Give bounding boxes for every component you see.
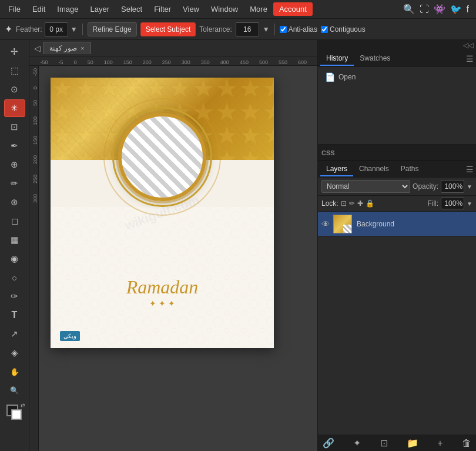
lasso-tool[interactable]: ⊙ [4,81,25,98]
shape-tool[interactable]: ◈ [4,344,25,362]
tab-swatches[interactable]: Swatches [354,52,396,66]
heal-tool[interactable]: ⊕ [4,156,25,173]
dodge-tool[interactable]: ○ [4,269,25,286]
history-panel: History Swatches ☰ 📄 Open [318,51,476,145]
right-panel: ◁◁ History Swatches ☰ 📄 Open CSS [317,40,476,451]
menu-more[interactable]: More [244,2,273,16]
menu-layer[interactable]: Layer [85,2,116,16]
fill-arrow-icon[interactable]: ▼ [467,201,472,207]
layers-toolbar: Normal Multiply Screen Overlay Opacity: … [318,178,476,196]
path-selection-tool[interactable]: ↗ [4,325,25,343]
lock-all-icon[interactable]: 🔒 [366,199,374,208]
canvas-container[interactable]: Ramadan ✦ ✦ ✦ ويكي wikigulf.com [39,66,317,451]
twitter-icon: 🐦 [450,4,462,15]
lock-transparency-icon[interactable]: ⊡ [341,199,347,208]
menu-window[interactable]: Window [205,2,244,16]
add-link-style-button[interactable]: 🔗 [323,437,334,449]
brush-tool[interactable]: ✏ [4,175,25,192]
canvas-tab[interactable]: صور كهنة × [43,42,91,54]
tab-close-button[interactable]: × [81,45,84,52]
blend-mode-select[interactable]: Normal Multiply Screen Overlay [321,180,410,193]
add-layer-style-button[interactable]: ✦ [353,437,361,449]
canvas-design: Ramadan ✦ ✦ ✦ ويكي wikigulf.com [51,78,274,348]
blur-tool[interactable]: ◉ [4,250,25,268]
tolerance-input[interactable] [236,22,259,36]
search-icon[interactable]: 🔍 [403,4,415,15]
gradient-tool[interactable]: ▦ [4,231,25,249]
lock-position-icon[interactable]: ✚ [357,199,363,208]
refine-edge-button[interactable]: Refine Edge [88,22,137,36]
feather-input[interactable] [45,22,68,36]
fill-input[interactable] [441,198,464,209]
stamp-tool[interactable]: ⊛ [4,193,25,211]
select-subject-button[interactable]: Select Subject [140,22,196,36]
opacity-arrow-icon[interactable]: ▼ [467,183,472,190]
eyedropper-tool[interactable]: ✒ [4,137,25,155]
ruler-horizontal: -50 -5 0 50 100 150 200 250 300 350 400 … [29,56,317,66]
tab-channels[interactable]: Channels [353,162,395,176]
history-panel-menu[interactable]: ☰ [466,54,474,64]
anti-alias-checkbox[interactable] [280,26,287,33]
layers-panel-menu[interactable]: ☰ [466,165,474,174]
menu-view[interactable]: View [177,2,205,16]
opacity-label: Opacity: [413,182,438,191]
tab-layers[interactable]: Layers [320,162,353,176]
opacity-input[interactable] [441,180,464,193]
history-open-label: Open [338,73,356,81]
rect-marquee-tool[interactable]: ⬚ [4,62,25,79]
layer-item-background[interactable]: 👁 Background [318,212,476,236]
feather-dropdown-icon[interactable]: ▼ [71,25,78,34]
history-item-open[interactable]: 📄 Open [323,71,471,83]
fill-label: Fill: [427,199,438,208]
menu-edit[interactable]: Edit [26,2,51,16]
menu-image[interactable]: Image [51,2,84,16]
layer-thumbnail [333,215,352,233]
delete-layer-button[interactable]: 🗑 [462,438,471,449]
tab-paths[interactable]: Paths [395,162,425,176]
menu-filter[interactable]: Filter [148,2,177,16]
main-layout: ✢ ⬚ ⊙ ✳ ⊡ ✒ ⊕ ✏ ⊛ ◻ ▦ ◉ ○ ✑ T ↗ ◈ ✋ 🔍 ⇄ … [0,40,476,451]
lock-row: Lock: ⊡ ✏ ✚ 🔒 Fill: ▼ [318,196,476,212]
ramadan-text: Ramadan [51,276,274,298]
move-tool[interactable]: ✢ [4,43,25,61]
new-layer-button[interactable]: + [437,438,443,449]
lock-pixels-icon[interactable]: ✏ [349,199,355,208]
color-swatches[interactable]: ⇄ [4,402,25,423]
canvas-area: ◁ صور كهنة × -50 -5 0 50 100 150 200 250… [29,40,317,451]
layer-name-label: Background [357,220,394,228]
ruler-vertical: -50 0 50 100 150 200 250 300 [29,66,39,451]
type-tool[interactable]: T [4,306,25,324]
collapse-panel-button[interactable]: ◁◁ [463,41,474,49]
background-color[interactable] [11,409,22,420]
menu-file[interactable]: File [2,2,26,16]
magic-wand-tool[interactable]: ✳ [4,99,25,117]
contiguous-checkbox[interactable] [321,26,328,33]
crop-tool[interactable]: ⊡ [4,118,25,136]
layers-panel-tabs: Layers Channels Paths ☰ [318,161,476,178]
tolerance-dropdown-icon[interactable]: ▼ [263,25,270,34]
contiguous-label: Contiguous [321,25,366,34]
new-group-button[interactable]: 📁 [407,437,418,449]
layers-footer: 🔗 ✦ ⊡ 📁 + 🗑 [318,435,476,451]
css-panel-bar: CSS [318,145,476,161]
active-tool-icon: ✦ [5,24,12,35]
card-bottom: Ramadan ✦ ✦ ✦ [51,207,274,348]
add-mask-button[interactable]: ⊡ [380,437,388,449]
history-content: 📄 Open [318,67,476,87]
tab-name: صور كهنة [49,44,77,52]
tab-history[interactable]: History [320,52,354,66]
history-panel-tabs: History Swatches ☰ [318,51,476,67]
menu-account[interactable]: Account [273,2,313,16]
layer-visibility-icon[interactable]: 👁 [321,219,330,229]
swap-colors-icon[interactable]: ⇄ [21,402,25,408]
canvas: Ramadan ✦ ✦ ✦ ويكي wikigulf.com [51,78,274,348]
tab-scroll-left[interactable]: ◁ [32,44,43,53]
toolbox: ✢ ⬚ ⊙ ✳ ⊡ ✒ ⊕ ✏ ⊛ ◻ ▦ ◉ ○ ✑ T ↗ ◈ ✋ 🔍 ⇄ [0,40,29,451]
eraser-tool[interactable]: ◻ [4,212,25,230]
hand-tool[interactable]: ✋ [4,363,25,380]
watermark-label: ويكي [60,331,80,341]
zoom-tool[interactable]: 🔍 [4,382,25,399]
fullscreen-icon[interactable]: ⛶ [420,4,429,15]
pen-tool[interactable]: ✑ [4,288,25,305]
menu-select[interactable]: Select [115,2,148,16]
